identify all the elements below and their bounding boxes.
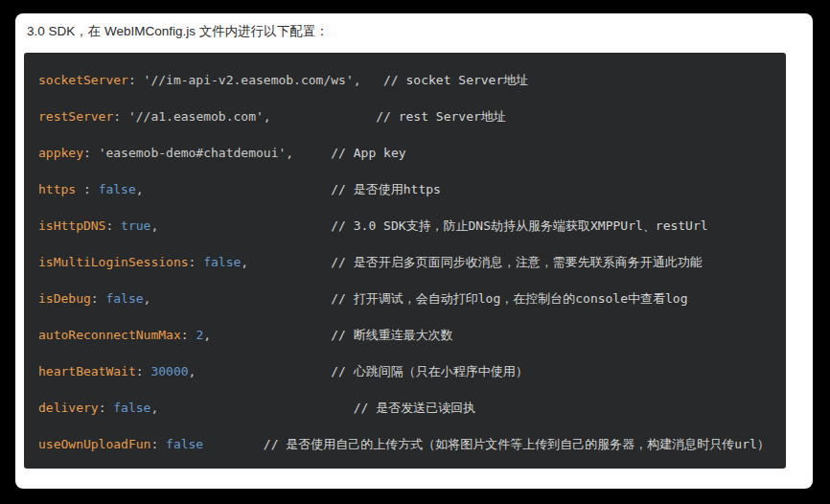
code-comma: , (136, 182, 144, 196)
code-comment: // 是否发送已读回执 (354, 401, 475, 415)
code-key: appkey (38, 146, 83, 160)
code-line-heartBeatWait: heartBeatWait: 30000, // 心跳间隔（只在小程序中使用） (38, 354, 772, 390)
code-comment: // socket Server地址 (383, 73, 528, 87)
code-key: isDebug (38, 291, 91, 306)
code-separator: : (136, 364, 151, 378)
code-value: '//a1.easemob.com' (128, 109, 264, 124)
code-pad (158, 218, 331, 233)
code-key: https (38, 182, 76, 196)
code-pad (248, 255, 331, 269)
code-comment: // 3.0 SDK支持，防止DNS劫持从服务端获取XMPPUrl、restUr… (331, 218, 707, 233)
code-pad (293, 146, 331, 160)
code-separator: : (189, 255, 204, 269)
code-pad (361, 73, 383, 87)
code-separator: : (91, 291, 106, 306)
code-key: isHttpDNS (38, 218, 105, 233)
code-line-restServer: restServer: '//a1.easemob.com', // rest … (38, 99, 772, 135)
code-value: false (166, 437, 203, 451)
code-pad (144, 182, 332, 196)
code-separator: : (99, 401, 114, 415)
code-line-isDebug: isDebug: false, // 打开调试，会自动打印log，在控制台的co… (38, 281, 772, 317)
code-key: heartBeatWait (38, 364, 136, 378)
code-comment: // 心跳间隔（只在小程序中使用） (331, 364, 527, 378)
code-pad (196, 364, 331, 378)
code-value: true (121, 218, 150, 233)
code-comment: // 是否使用https (331, 182, 441, 196)
code-comment: // 打开调试，会自动打印log，在控制台的console中查看log (331, 291, 687, 306)
code-key: socketServer (38, 73, 128, 87)
code-line-socketServer: socketServer: '//im-api-v2.easemob.com/w… (38, 62, 772, 99)
code-key: autoReconnectNumMax (38, 328, 181, 342)
code-separator: : (181, 328, 196, 342)
code-line-appkey: appkey: 'easemob-demo#chatdemoui', // Ap… (38, 135, 772, 172)
config-instruction-text: 3.0 SDK，在 WebIMConfig.js 文件内进行以下配置： (27, 22, 329, 40)
code-line-delivery: delivery: false, // 是否发送已读回执 (38, 390, 772, 426)
page: { "page": { "background": "#000000" }, "… (0, 0, 830, 504)
code-key: delivery (38, 401, 99, 415)
code-value: false (113, 401, 150, 415)
code-pad (150, 291, 331, 306)
code-lines: socketServer: '//im-api-v2.easemob.com/w… (38, 62, 772, 463)
code-value: 30000 (150, 364, 188, 378)
code-pad (211, 328, 331, 342)
doc-card: 3.0 SDK，在 WebIMConfig.js 文件内进行以下配置： sock… (15, 13, 813, 489)
code-value: false (203, 255, 241, 269)
code-pad (203, 437, 264, 451)
code-value: '//im-api-v2.easemob.com/ws' (144, 73, 354, 87)
code-comment: // App key (331, 146, 405, 160)
code-comment: // 是否使用自己的上传方式（如将图片文件等上传到自己的服务器，构建消息时只传u… (264, 437, 770, 451)
code-line-isMultiLoginSessions: isMultiLoginSessions: false, // 是否开启多页面同… (38, 244, 772, 281)
code-separator: : (76, 182, 98, 196)
code-block: socketServer: '//im-api-v2.easemob.com/w… (24, 53, 786, 469)
code-comma: , (241, 255, 248, 269)
code-comment: // 断线重连最大次数 (331, 328, 452, 342)
code-pad (271, 109, 377, 124)
code-value: 'easemob-demo#chatdemoui' (99, 146, 287, 160)
code-key: isMultiLoginSessions (38, 255, 189, 269)
code-key: restServer (38, 109, 113, 124)
code-comment: // 是否开启多页面同步收消息，注意，需要先联系商务开通此功能 (331, 255, 702, 269)
code-separator: : (83, 146, 99, 160)
code-comma: , (286, 146, 293, 160)
code-comma: , (354, 73, 361, 87)
code-comma: , (203, 328, 211, 342)
code-value: false (99, 182, 136, 196)
code-key: useOwnUploadFun (38, 437, 150, 451)
code-line-https: https : false, // 是否使用https (38, 172, 772, 208)
code-comma: , (264, 109, 271, 124)
code-value: false (105, 291, 143, 306)
code-separator: : (113, 109, 128, 124)
code-line-autoReconnectNumMax: autoReconnectNumMax: 2, // 断线重连最大次数 (38, 317, 772, 354)
code-comment: // rest Server地址 (376, 109, 506, 124)
code-line-isHttpDNS: isHttpDNS: true, // 3.0 SDK支持，防止DNS劫持从服务… (38, 208, 772, 244)
code-separator: : (128, 73, 144, 87)
code-separator: : (150, 437, 166, 451)
code-line-useOwnUploadFun: useOwnUploadFun: false // 是否使用自己的上传方式（如将… (38, 426, 772, 463)
code-separator: : (105, 218, 121, 233)
code-pad (158, 401, 354, 415)
